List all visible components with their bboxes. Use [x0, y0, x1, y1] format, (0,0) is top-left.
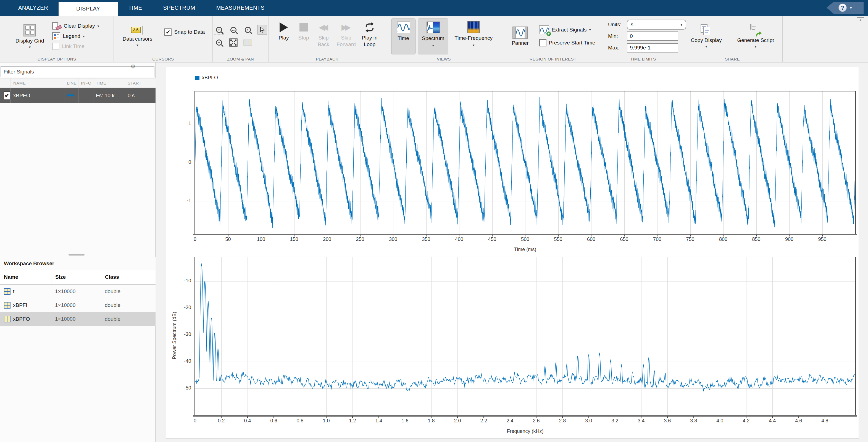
display-area: xBPFO Time (ms) Frequency (kHz) Power Sp… [160, 62, 868, 442]
vertical-splitter[interactable] [156, 62, 160, 442]
section-share: Copy Display ▾ Generate Script ▾ SHARE [682, 16, 783, 62]
signals-col-line[interactable]: LINE [64, 78, 78, 88]
chevron-down-icon: ▾ [705, 45, 707, 49]
x-tick-label: 200 [316, 236, 338, 242]
workspace-row-t[interactable]: t1×10000double [0, 285, 156, 298]
preserve-start-time-label: Preserve Start Time [549, 40, 595, 46]
workspace-name-cell: xBPFI [0, 298, 51, 312]
chevron-down-icon: ▾ [97, 24, 99, 28]
x-tick-mark [615, 416, 615, 418]
zoom-x-button[interactable]: ↔ [228, 25, 239, 35]
tab-display[interactable]: DISPLAY [59, 2, 118, 16]
x-tick-mark [798, 416, 799, 418]
preserve-start-time-checkbox[interactable]: Preserve Start Time [537, 38, 597, 48]
collapse-ribbon-button[interactable]: ▲ [857, 17, 864, 22]
snap-to-data-checkbox[interactable]: ✔ Snap to Data [163, 27, 206, 37]
signal-analyzer-app: ANALYZERDISPLAYTIMESPECTRUMMEASUREMENTS … [0, 0, 868, 442]
x-tick-mark [510, 416, 510, 418]
chevron-down-icon: ▾ [850, 6, 852, 10]
data-cursors-button[interactable]: 2.5 Data cursors ▾ [120, 25, 155, 48]
x-tick-label: 800 [712, 236, 734, 242]
time-plot-canvas[interactable] [195, 91, 855, 234]
pointer-button[interactable] [257, 25, 267, 35]
time-view-toggle[interactable]: Time [391, 19, 415, 55]
zoom-in-button[interactable]: + [214, 25, 224, 35]
signals-col-name[interactable]: NAME [10, 78, 64, 88]
link-time-checkbox-icon [52, 43, 59, 50]
x-tick-label: 2.2 [473, 418, 495, 424]
x-tick-label: 150 [283, 236, 305, 242]
min-input[interactable] [627, 31, 678, 41]
generate-script-button[interactable]: Generate Script ▾ [734, 23, 777, 50]
x-tick-mark [352, 416, 353, 418]
play-in-loop-button[interactable]: Play in Loop [360, 22, 379, 48]
tab-time[interactable]: TIME [118, 0, 153, 16]
link-time-checkbox: Link Time [51, 41, 86, 52]
copy-display-label: Copy Display [691, 37, 721, 43]
time-view-icon [397, 22, 410, 33]
display-grid-button[interactable]: Display Grid ▾ [13, 23, 47, 50]
x-tick-mark [247, 416, 248, 418]
spectrum-view-toggle[interactable]: Spectrum ▾ [418, 19, 448, 55]
legend-icon [52, 32, 60, 40]
signals-col-start[interactable]: START [125, 78, 156, 88]
workspace-col-size[interactable]: Size [51, 270, 101, 284]
signal-checkbox[interactable]: ✔ [4, 91, 10, 100]
section-label: REGION OF INTEREST [502, 57, 604, 61]
x-tick-mark [822, 234, 823, 236]
x-tick-label: 300 [382, 236, 404, 242]
legend-button[interactable]: Legend ▾ [51, 31, 86, 41]
workspace-row-xBPFO[interactable]: xBPFO1×10000double [0, 312, 156, 326]
gear-icon[interactable]: ⚙ [130, 63, 136, 70]
zoom-y-button[interactable]: ↕ [243, 25, 253, 35]
plot-legend[interactable]: xBPFO [195, 75, 218, 81]
section-label: VIEWS [386, 57, 502, 61]
panel-splitter-handle[interactable] [68, 254, 85, 255]
zoom-x-icon: ↔ [230, 27, 237, 33]
signals-col-time[interactable]: TIME [93, 78, 125, 88]
x-tick-mark [484, 416, 484, 418]
panner-button[interactable]: Panner [509, 25, 531, 47]
clear-display-button[interactable]: Clear Display ▾ [51, 21, 101, 31]
panner-toggle-button [243, 38, 253, 48]
signals-col-info[interactable]: INFO [78, 78, 93, 88]
x-tick-label: 3.2 [604, 418, 626, 424]
section-label: DISPLAY OPTIONS [0, 57, 114, 61]
x-tick-mark [221, 416, 222, 418]
max-input[interactable] [627, 43, 678, 53]
x-tick-mark [558, 234, 559, 236]
help-button[interactable]: ? ▾ [827, 2, 864, 14]
copy-display-button[interactable]: Copy Display ▾ [688, 23, 724, 50]
signal-row-xBPFO[interactable]: ✔xBPFOFs: 10 k…0 s [0, 88, 156, 103]
extract-signals-label: Extract Signals [552, 27, 587, 33]
spectrum-plot-canvas[interactable] [195, 257, 855, 415]
signals-table: ✔xBPFOFs: 10 k…0 s [0, 88, 156, 103]
copy-display-icon [701, 24, 712, 36]
units-select[interactable]: s ▾ [627, 20, 686, 30]
zoom-out-button[interactable]: − [214, 38, 224, 48]
play-button[interactable]: Play [275, 22, 292, 41]
tab-analyzer[interactable]: ANALYZER [8, 0, 59, 16]
time-frequency-view-toggle[interactable]: Time-Frequency ▾ [451, 19, 496, 55]
spectrum-x-ruler [193, 415, 857, 417]
x-tick-label: 0.6 [263, 418, 285, 424]
time-frequency-view-label: Time-Frequency [455, 35, 493, 41]
extract-signals-icon: + [539, 25, 549, 34]
signals-panel: NAMELINEINFOTIMESTART ⚙ ✔xBPFOFs: 10 k…0… [0, 62, 156, 442]
time-x-axis-label: Time (ms) [484, 247, 567, 252]
workspace-col-class[interactable]: Class [101, 270, 156, 284]
tab-measurements[interactable]: MEASUREMENTS [206, 0, 275, 16]
panner-icon [513, 27, 528, 39]
workspace-size-cell: 1×10000 [51, 298, 101, 312]
fit-to-view-button[interactable] [228, 38, 239, 48]
workspace-col-name[interactable]: Name [0, 270, 51, 284]
extract-signals-button[interactable]: + Extract Signals ▾ [537, 25, 593, 35]
x-tick-label: 550 [547, 236, 569, 242]
x-tick-mark [641, 416, 642, 418]
play-label: Play [279, 34, 289, 41]
display-grid-label: Display Grid [16, 38, 44, 44]
signal-name-cell: xBPFO [10, 88, 64, 103]
workspace-row-xBPFI[interactable]: xBPFI1×10000double [0, 298, 156, 312]
clear-display-label: Clear Display [64, 23, 95, 29]
tab-spectrum[interactable]: SPECTRUM [153, 0, 206, 16]
